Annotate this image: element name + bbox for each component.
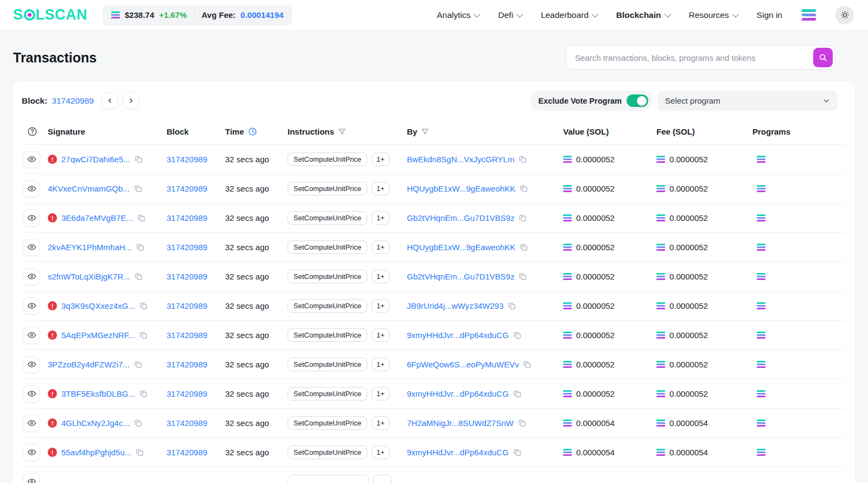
exclude-vote-program-filter[interactable]: Exclude Vote Program: [530, 91, 652, 111]
by-address-link[interactable]: JB9rUrid4j...wWyz34W293: [407, 301, 503, 310]
more-instructions-badge[interactable]: 1+: [372, 240, 390, 254]
copy-address-button[interactable]: [523, 360, 531, 368]
more-instructions-badge[interactable]: 1+: [372, 152, 390, 166]
more-instructions-badge[interactable]: 1+: [372, 358, 390, 371]
nav-resources[interactable]: Resources: [689, 10, 737, 20]
solana-network-icon[interactable]: [802, 9, 816, 21]
copy-signature-button[interactable]: [139, 302, 148, 310]
block-link[interactable]: 317420989: [167, 184, 207, 193]
program-solana-icon[interactable]: [757, 156, 765, 163]
block-link[interactable]: 317420989: [167, 331, 207, 340]
copy-address-button[interactable]: [518, 419, 526, 427]
by-address-link[interactable]: 9xmyHHdJvr...dPp64xduCG: [407, 448, 509, 457]
program-solana-icon[interactable]: [757, 244, 765, 251]
copy-address-button[interactable]: [519, 272, 527, 281]
block-link[interactable]: 317420989: [167, 272, 207, 281]
help-icon[interactable]: [27, 126, 37, 137]
signature-link[interactable]: 3q3K9sQXxez4xG...: [61, 301, 135, 310]
copy-signature-button[interactable]: [136, 448, 144, 456]
signature-link[interactable]: 5AqEPxMGezNRF...: [61, 331, 135, 340]
more-instructions-badge[interactable]: 1+: [372, 416, 390, 430]
filter-icon[interactable]: [338, 128, 346, 136]
program-solana-icon[interactable]: [757, 214, 765, 222]
instruction-badge[interactable]: SetComputeUnitPrice: [288, 358, 367, 371]
program-solana-icon[interactable]: [757, 332, 765, 339]
search-button[interactable]: [813, 48, 833, 67]
copy-signature-button[interactable]: [136, 243, 144, 251]
copy-address-button[interactable]: [508, 302, 516, 310]
filter-icon[interactable]: [421, 128, 429, 136]
exclude-vote-toggle[interactable]: [627, 94, 648, 107]
copy-signature-button[interactable]: [135, 155, 143, 163]
instruction-badge[interactable]: SetComputeUnitPrice: [288, 211, 367, 225]
instruction-badge[interactable]: SetComputeUnitPrice: [288, 328, 367, 342]
instruction-badge[interactable]: SetComputeUnitPrice: [288, 416, 367, 430]
program-solana-icon[interactable]: [757, 449, 765, 456]
instruction-badge[interactable]: SetComputeUnitPrice: [288, 152, 367, 166]
solscan-logo[interactable]: SLSCAN: [13, 7, 87, 23]
block-link[interactable]: 317420989: [167, 389, 207, 398]
more-instructions-badge[interactable]: 1+: [372, 211, 390, 225]
more-instructions-badge[interactable]: 1+: [372, 387, 390, 401]
avg-fee-value[interactable]: 0.00014194: [240, 10, 283, 20]
signature-link[interactable]: 3TBF5EksfbDLBG...: [61, 389, 135, 398]
block-link[interactable]: 317420989: [167, 418, 207, 428]
copy-address-button[interactable]: [513, 448, 521, 456]
copy-address-button[interactable]: [519, 214, 527, 222]
preview-transaction-button[interactable]: [23, 415, 40, 432]
copy-signature-button[interactable]: [137, 214, 145, 222]
preview-transaction-button[interactable]: [23, 268, 40, 285]
block-number-link[interactable]: 317420989: [52, 96, 94, 106]
instruction-badge[interactable]: SetComputeUnitPrice: [288, 240, 367, 254]
preview-transaction-button[interactable]: [23, 327, 40, 344]
by-address-link[interactable]: 9xmyHHdJvr...dPp64xduCG: [407, 331, 509, 340]
program-solana-icon[interactable]: [757, 361, 765, 368]
signature-link[interactable]: 3PZzoB2y4dFZW2i7...: [48, 360, 130, 369]
copy-signature-button[interactable]: [139, 390, 148, 398]
preview-transaction-button[interactable]: [23, 297, 40, 315]
preview-transaction-button[interactable]: [23, 180, 40, 198]
preview-transaction-button[interactable]: [23, 209, 40, 227]
copy-signature-button[interactable]: [135, 272, 143, 281]
program-solana-icon[interactable]: [757, 390, 765, 398]
search-input[interactable]: [575, 53, 813, 62]
signature-link[interactable]: 4GLhCxNy2Jg4c...: [61, 418, 130, 428]
preview-transaction-button[interactable]: [23, 473, 40, 483]
by-address-link[interactable]: 7H2aMNigJr...8SUWdZ7SnW: [407, 418, 514, 428]
theme-toggle-button[interactable]: [835, 6, 854, 24]
copy-signature-button[interactable]: [134, 360, 142, 368]
program-solana-icon[interactable]: [757, 302, 765, 310]
more-instructions-badge[interactable]: [373, 475, 392, 483]
block-link[interactable]: 317420989: [167, 155, 207, 164]
more-instructions-badge[interactable]: 1+: [372, 182, 390, 195]
copy-signature-button[interactable]: [139, 331, 148, 339]
more-instructions-badge[interactable]: 1+: [372, 270, 390, 283]
nav-analytics[interactable]: Analytics: [437, 10, 478, 20]
by-address-link[interactable]: 9xmyHHdJvr...dPp64xduCG: [407, 389, 509, 398]
by-address-link[interactable]: BwEkdn8SgN...VxJycGRYLm: [407, 155, 514, 164]
signature-link[interactable]: 4KVxeCnVmamGQb...: [48, 184, 130, 193]
nav-leaderboard[interactable]: Leaderboard: [541, 10, 597, 20]
copy-address-button[interactable]: [513, 390, 521, 398]
block-link[interactable]: 317420989: [167, 243, 207, 252]
by-address-link[interactable]: Gb2tVHqnEm...Gu7D1VBS9z: [407, 213, 514, 223]
block-link[interactable]: 317420989: [167, 213, 207, 223]
preview-transaction-button[interactable]: [23, 356, 40, 373]
copy-address-button[interactable]: [519, 155, 527, 163]
copy-signature-button[interactable]: [134, 185, 142, 193]
clock-icon[interactable]: [248, 127, 257, 136]
program-solana-icon[interactable]: [757, 273, 765, 281]
more-instructions-badge[interactable]: 1+: [372, 328, 390, 342]
program-solana-icon[interactable]: [757, 420, 765, 427]
nav-defi[interactable]: Defi: [498, 10, 521, 20]
block-link[interactable]: 317420989: [167, 448, 207, 457]
nav-blockchain[interactable]: Blockchain: [616, 10, 669, 20]
preview-transaction-button[interactable]: [23, 151, 40, 168]
prev-block-button[interactable]: [101, 92, 118, 109]
copy-address-button[interactable]: [520, 243, 528, 251]
more-instructions-badge[interactable]: 1+: [372, 446, 390, 459]
program-solana-icon[interactable]: [757, 185, 765, 193]
preview-transaction-button[interactable]: [23, 444, 40, 461]
copy-address-button[interactable]: [520, 185, 528, 193]
signature-link[interactable]: 3E6da7eMVgB7E...: [61, 213, 133, 223]
